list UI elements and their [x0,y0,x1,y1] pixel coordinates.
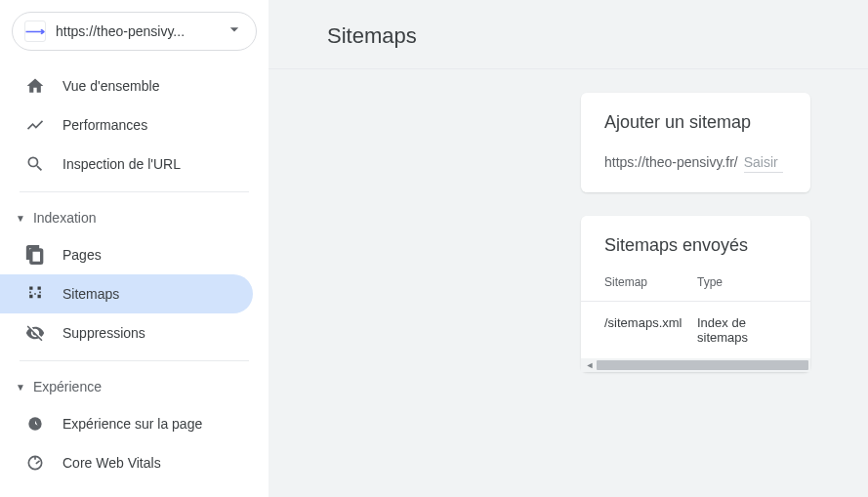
nav-label: Inspection de l'URL [62,156,181,172]
nav-removals[interactable]: Suppressions [0,313,253,352]
sitemap-url-input[interactable] [744,152,783,173]
nav-section-experience[interactable]: ▼ Expérience [0,369,269,404]
col-header-type: Type [697,275,787,289]
nav-label: Vue d'ensemble [62,78,159,94]
search-icon [23,152,47,176]
nav-performance[interactable]: Performances [0,105,253,145]
property-url: https://theo-pensivy... [56,23,217,39]
url-prefix: https://theo-pensivy.fr/ [604,154,738,170]
table-row[interactable]: /sitemaps.xml Index de sitemaps [581,302,810,358]
page-title: Sitemaps [269,23,868,69]
nav-page-experience[interactable]: Expérience sur la page [0,404,253,443]
main-content: Sitemaps Ajouter un sitemap https://theo… [269,0,868,497]
pages-icon [23,243,47,267]
nav-core-web-vitals[interactable]: Core Web Vitals [0,443,253,482]
nav-label: Core Web Vitals [62,455,161,471]
nav-sitemaps[interactable]: Sitemaps [0,274,253,313]
add-sitemap-card: Ajouter un sitemap https://theo-pensivy.… [581,93,810,192]
scrollbar-thumb[interactable] [597,360,808,370]
nav-section-indexing[interactable]: ▼ Indexation [0,200,269,235]
nav-label: Pages [62,247,102,263]
property-favicon: ⟶ [24,21,46,42]
content-area: Ajouter un sitemap https://theo-pensivy.… [269,69,868,497]
visibility-off-icon [23,321,47,345]
col-header-sitemap: Sitemap [604,275,697,289]
nav-label: Expérience sur la page [62,416,202,432]
favicon-glyph: ⟶ [25,23,45,39]
caret-down-icon: ▼ [16,213,25,224]
nav-overview[interactable]: Vue d'ensemble [0,66,253,105]
horizontal-scrollbar[interactable]: ◄ [581,358,810,372]
sent-sitemaps-card: Sitemaps envoyés Sitemap Type /sitemaps.… [581,216,810,372]
scroll-left-icon: ◄ [583,359,597,371]
chevron-down-icon [225,20,244,43]
divider [20,360,249,361]
nav-label: Performances [62,117,147,133]
trending-icon [23,113,47,137]
section-label: Expérience [33,379,102,394]
table-header: Sitemap Type [581,275,810,302]
add-sitemap-body: https://theo-pensivy.fr/ [581,152,810,192]
nav-url-inspection[interactable]: Inspection de l'URL [0,145,253,184]
property-selector[interactable]: ⟶ https://theo-pensivy... [12,12,257,51]
sitemap-icon [23,282,47,306]
caret-down-icon: ▼ [16,382,25,393]
card-title: Sitemaps envoyés [581,216,810,275]
divider [20,191,249,192]
section-label: Indexation [33,210,97,226]
page-experience-icon [23,412,47,435]
cell-type: Index de sitemaps [697,315,787,345]
nav-label: Suppressions [62,325,145,341]
nav-pages[interactable]: Pages [0,235,253,274]
cell-sitemap: /sitemaps.xml [604,315,697,345]
card-title: Ajouter un sitemap [581,93,810,152]
sidebar: ⟶ https://theo-pensivy... Vue d'ensemble… [0,0,269,497]
speed-icon [23,451,47,475]
home-icon [23,74,47,98]
nav-label: Sitemaps [62,286,119,302]
